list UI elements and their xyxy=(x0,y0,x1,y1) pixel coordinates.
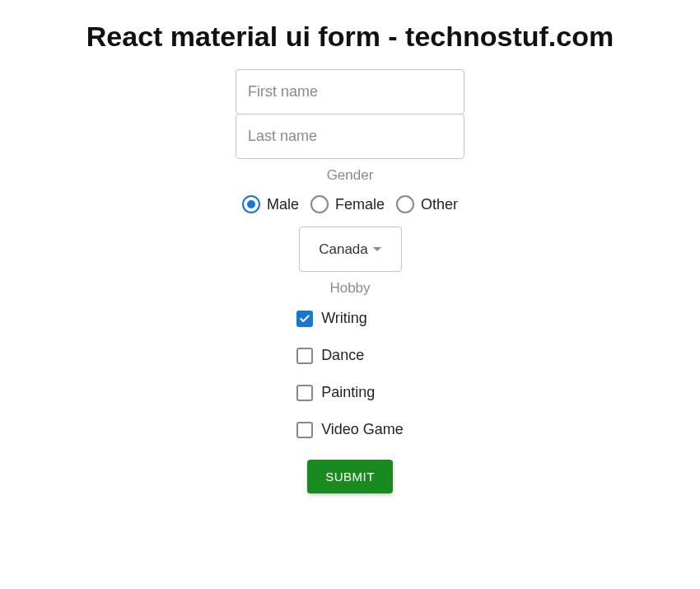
checkbox-label: Painting xyxy=(321,384,375,401)
checkbox-label: Writing xyxy=(321,310,367,327)
submit-button[interactable]: SUBMIT xyxy=(307,460,393,493)
form-container: Gender Male Female Other Canada Hobby xyxy=(0,69,700,493)
radio-label: Other xyxy=(421,196,458,213)
checkbox-icon xyxy=(296,348,313,364)
country-select[interactable]: Canada xyxy=(299,227,402,272)
radio-label: Male xyxy=(267,196,299,213)
gender-label: Gender xyxy=(327,167,374,184)
select-value: Canada xyxy=(319,241,368,258)
checkbox-video-game[interactable]: Video Game xyxy=(296,421,404,438)
checkbox-dance[interactable]: Dance xyxy=(296,347,364,364)
radio-icon xyxy=(242,195,260,213)
radio-female[interactable]: Female xyxy=(310,195,385,213)
radio-label: Female xyxy=(335,196,385,213)
checkbox-label: Video Game xyxy=(321,421,404,438)
gender-radio-group: Male Female Other xyxy=(242,195,458,213)
checkbox-painting[interactable]: Painting xyxy=(296,384,375,401)
checkbox-icon xyxy=(296,311,313,327)
radio-icon xyxy=(396,195,414,213)
hobby-checkbox-group: Writing Dance Painting Video Game xyxy=(296,310,404,438)
checkbox-label: Dance xyxy=(321,347,364,364)
last-name-input[interactable] xyxy=(236,114,464,159)
radio-icon xyxy=(310,195,329,213)
hobby-label: Hobby xyxy=(329,280,370,297)
checkbox-icon xyxy=(296,422,313,438)
first-name-input[interactable] xyxy=(236,69,464,115)
chevron-down-icon xyxy=(373,247,381,251)
page-title: React material ui form - technostuf.com xyxy=(0,21,700,53)
radio-male[interactable]: Male xyxy=(242,195,299,213)
checkbox-writing[interactable]: Writing xyxy=(296,310,367,327)
radio-other[interactable]: Other xyxy=(396,195,458,213)
checkbox-icon xyxy=(296,385,313,401)
